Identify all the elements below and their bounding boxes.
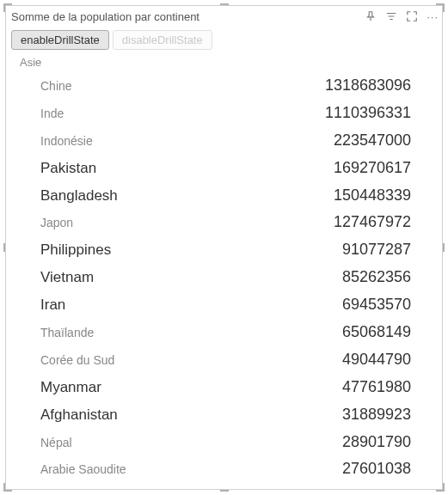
filter-icon[interactable] bbox=[385, 10, 397, 22]
population-value: 223547000 bbox=[263, 129, 435, 153]
table-row[interactable]: Irak27499638 bbox=[6, 483, 435, 489]
data-rows: Chine1318683096Inde1110396331Indonésie22… bbox=[6, 72, 435, 489]
population-value: 47761980 bbox=[263, 376, 435, 400]
table-row[interactable]: Pakistan169270617 bbox=[6, 155, 435, 182]
population-value: 1318683096 bbox=[263, 74, 435, 98]
country-name: Indonésie bbox=[6, 132, 263, 151]
table-row[interactable]: Népal28901790 bbox=[6, 429, 435, 456]
continent-label: Asie bbox=[6, 54, 435, 72]
population-value: 1110396331 bbox=[263, 101, 435, 125]
population-value: 27601038 bbox=[263, 457, 435, 481]
country-name: Thaïlande bbox=[6, 324, 263, 343]
population-value: 49044790 bbox=[263, 348, 435, 372]
visual-title: Somme de la population par continent bbox=[11, 10, 365, 23]
country-name: Corée du Sud bbox=[6, 351, 263, 370]
pin-icon[interactable] bbox=[365, 10, 377, 22]
population-value: 169270617 bbox=[263, 156, 435, 180]
population-value: 150448339 bbox=[263, 184, 435, 208]
table-row[interactable]: Iran69453570 bbox=[6, 291, 435, 319]
table-row[interactable]: Afghanistan31889923 bbox=[6, 401, 435, 429]
table-row[interactable]: Vietnam85262356 bbox=[6, 264, 435, 291]
disable-drill-state-button: disableDrillState bbox=[113, 30, 212, 50]
country-name: Iran bbox=[6, 294, 263, 316]
population-value: 85262356 bbox=[263, 266, 435, 290]
drill-state-buttons: enableDrillState disableDrillState bbox=[6, 27, 442, 55]
table-row[interactable]: Philippines91077287 bbox=[6, 236, 435, 264]
population-value: 127467972 bbox=[263, 211, 435, 235]
country-name: Japon bbox=[6, 214, 263, 233]
population-value: 28901790 bbox=[263, 431, 435, 455]
country-name: Arabie Saoudite bbox=[6, 461, 263, 480]
table-row[interactable]: Bangladesh150448339 bbox=[6, 182, 435, 210]
population-value: 27499638 bbox=[263, 485, 435, 489]
table-row[interactable]: Chine1318683096 bbox=[6, 72, 435, 100]
population-value: 91077287 bbox=[263, 238, 435, 262]
country-name: Chine bbox=[6, 77, 263, 96]
more-options-icon[interactable]: ··· bbox=[427, 10, 439, 23]
table-row[interactable]: Japon127467972 bbox=[6, 209, 435, 236]
table-row[interactable]: Corée du Sud49044790 bbox=[6, 346, 435, 374]
resize-handle[interactable] bbox=[220, 490, 229, 492]
country-name: Myanmar bbox=[6, 376, 263, 399]
population-value: 69453570 bbox=[263, 293, 435, 317]
country-name: Pakistan bbox=[6, 157, 263, 180]
header-icons: ··· bbox=[365, 10, 439, 23]
table-row[interactable]: Indonésie223547000 bbox=[6, 127, 435, 155]
table-row[interactable]: Inde1110396331 bbox=[6, 100, 435, 127]
population-value: 31889923 bbox=[263, 403, 435, 427]
data-scroll-area[interactable]: Asie Chine1318683096Inde1110396331Indoné… bbox=[6, 54, 442, 489]
country-name: Vietnam bbox=[6, 266, 263, 289]
visual-frame: Somme de la population par continent ···… bbox=[5, 5, 443, 490]
focus-mode-icon[interactable] bbox=[406, 10, 418, 22]
country-name: Bangladesh bbox=[6, 185, 263, 207]
country-name: Inde bbox=[6, 105, 263, 124]
country-name: Irak bbox=[6, 488, 263, 489]
resize-handle[interactable] bbox=[443, 3, 445, 12]
country-name: Afghanistan bbox=[6, 404, 263, 426]
table-row[interactable]: Myanmar47761980 bbox=[6, 374, 435, 401]
resize-handle[interactable] bbox=[443, 483, 445, 492]
resize-handle[interactable] bbox=[443, 243, 445, 252]
table-row[interactable]: Arabie Saoudite27601038 bbox=[6, 455, 435, 483]
enable-drill-state-button[interactable]: enableDrillState bbox=[11, 30, 109, 50]
population-value: 65068149 bbox=[263, 321, 435, 345]
table-row[interactable]: Thaïlande65068149 bbox=[6, 319, 435, 346]
country-name: Philippines bbox=[6, 239, 263, 261]
visual-header: Somme de la population par continent ··· bbox=[6, 6, 442, 27]
country-name: Népal bbox=[6, 434, 263, 453]
